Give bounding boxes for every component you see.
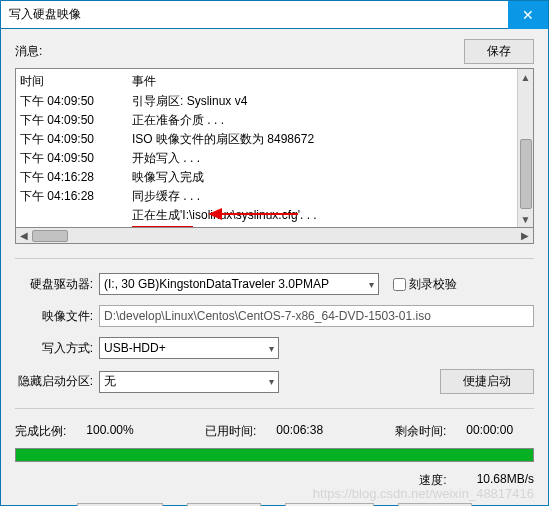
scrollbar-horizontal[interactable]: ◀ ▶ xyxy=(15,228,534,244)
divider xyxy=(15,258,534,259)
col-time-header: 时间 xyxy=(20,73,132,90)
write-mode-select[interactable]: USB-HDD+ ▾ xyxy=(99,337,279,359)
verify-checkbox[interactable]: 刻录校验 xyxy=(393,276,457,293)
progress-fill xyxy=(16,449,533,461)
table-row: 下午 04:16:28映像写入完成 xyxy=(20,168,513,187)
scrollbar-vertical[interactable]: ▲ ▼ xyxy=(517,69,533,227)
close-button[interactable]: ✕ xyxy=(508,1,548,29)
hidden-partition-select[interactable]: 无 ▾ xyxy=(99,371,279,393)
verify-checkbox-input[interactable] xyxy=(393,278,406,291)
success-highlight: 刻录成功! xyxy=(132,226,193,227)
hidden-label: 隐藏启动分区: xyxy=(15,373,99,390)
divider xyxy=(15,408,534,409)
scroll-left-icon[interactable]: ◀ xyxy=(16,228,32,244)
table-row: 下午 04:16:30 刻录成功! xyxy=(20,225,513,227)
table-row: 下午 04:09:50引导扇区: Syslinux v4 xyxy=(20,92,513,111)
table-row: 下午 04:16:28同步缓存 . . . xyxy=(20,187,513,206)
table-row: 下午 04:09:50开始写入 . . . xyxy=(20,149,513,168)
quick-boot-button[interactable]: 便捷启动 xyxy=(440,369,534,394)
chevron-down-icon: ▾ xyxy=(269,376,274,387)
progress-value: 100.00% xyxy=(86,423,133,440)
elapsed-value: 00:06:38 xyxy=(276,423,323,440)
progress-label: 完成比例: xyxy=(15,423,66,440)
chevron-down-icon: ▾ xyxy=(369,279,374,290)
progress-bar xyxy=(15,448,534,462)
table-row: 下午 04:09:50ISO 映像文件的扇区数为 8498672 xyxy=(20,130,513,149)
scroll-right-icon[interactable]: ▶ xyxy=(517,228,533,244)
scroll-up-icon[interactable]: ▲ xyxy=(518,69,534,85)
drive-select[interactable]: (I:, 30 GB)KingstonDataTraveler 3.0PMAP … xyxy=(99,273,379,295)
titlebar: 写入硬盘映像 ✕ xyxy=(1,1,548,29)
window-title: 写入硬盘映像 xyxy=(9,6,81,23)
scroll-thumb[interactable] xyxy=(32,230,68,242)
scroll-down-icon[interactable]: ▼ xyxy=(518,211,534,227)
table-row: 下午 04:09:50正在准备介质 . . . xyxy=(20,111,513,130)
image-path-input[interactable] xyxy=(99,305,534,327)
log-panel: 时间 事件 下午 04:09:50引导扇区: Syslinux v4 下午 04… xyxy=(15,68,534,228)
image-label: 映像文件: xyxy=(15,308,99,325)
remain-label: 剩余时间: xyxy=(395,423,446,440)
drive-label: 硬盘驱动器: xyxy=(15,276,99,293)
speed-value: 10.68MB/s xyxy=(477,472,534,489)
chevron-down-icon: ▾ xyxy=(269,343,274,354)
close-icon: ✕ xyxy=(522,7,534,23)
dialog-window: 写入硬盘映像 ✕ 消息: 保存 时间 事件 下午 04:09:50引导扇区: S… xyxy=(0,0,549,506)
table-row: 正在生成'I:\isolinux\syslinux.cfg'. . . xyxy=(20,206,513,225)
message-label: 消息: xyxy=(15,43,464,60)
content-area: 消息: 保存 时间 事件 下午 04:09:50引导扇区: Syslinux v… xyxy=(1,29,548,506)
scroll-thumb[interactable] xyxy=(520,139,532,209)
mode-label: 写入方式: xyxy=(15,340,99,357)
log-list[interactable]: 时间 事件 下午 04:09:50引导扇区: Syslinux v4 下午 04… xyxy=(16,69,517,227)
elapsed-label: 已用时间: xyxy=(205,423,256,440)
col-event-header: 事件 xyxy=(132,73,513,90)
save-button[interactable]: 保存 xyxy=(464,39,534,64)
speed-label: 速度: xyxy=(419,472,446,489)
remain-value: 00:00:00 xyxy=(466,423,513,440)
log-header: 时间 事件 xyxy=(20,71,513,92)
